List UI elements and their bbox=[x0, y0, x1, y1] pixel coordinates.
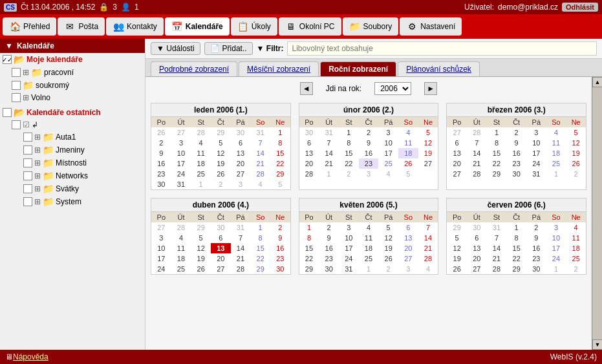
cal-cell[interactable]: 4 bbox=[191, 138, 211, 148]
cal-cell[interactable]: 15 bbox=[250, 243, 270, 253]
cal-cell[interactable]: 27 bbox=[398, 253, 418, 264]
cal-cell[interactable]: 18 bbox=[566, 243, 586, 253]
cal-cell[interactable]: 2 bbox=[339, 169, 359, 179]
cal-cell[interactable]: 13 bbox=[467, 243, 487, 253]
cal-cell[interactable]: 12 bbox=[447, 243, 467, 253]
cal-cell[interactable]: 27 bbox=[418, 158, 438, 169]
cal-cell[interactable]: 30 bbox=[270, 264, 290, 274]
cal-cell[interactable]: 1 bbox=[339, 127, 359, 138]
cal-cell[interactable]: 7 bbox=[319, 138, 339, 148]
cal-cell[interactable]: 25 bbox=[566, 253, 586, 264]
cal-cell[interactable]: 11 bbox=[171, 243, 191, 253]
cal-cell[interactable]: 31 bbox=[526, 169, 546, 179]
cal-cell[interactable]: 6 bbox=[231, 138, 251, 148]
cal-cell[interactable]: 17 bbox=[171, 158, 191, 169]
cal-cell[interactable]: 25 bbox=[171, 264, 191, 274]
cal-cell[interactable]: 9 bbox=[319, 233, 339, 243]
cal-cell[interactable]: 1 bbox=[319, 169, 339, 179]
cal-cell[interactable]: 3 bbox=[231, 179, 251, 189]
cal-cell[interactable]: 16 bbox=[526, 243, 546, 253]
cal-cell[interactable]: 21 bbox=[467, 158, 487, 169]
cal-cell[interactable]: 4 bbox=[546, 127, 566, 138]
cal-cell[interactable]: 19 bbox=[566, 148, 586, 158]
cal-cell[interactable]: 25 bbox=[359, 253, 379, 264]
jmeniny-checkbox[interactable] bbox=[23, 145, 32, 155]
volno-checkbox[interactable] bbox=[12, 93, 21, 102]
cal-cell[interactable]: 20 bbox=[211, 253, 231, 264]
cal-cell[interactable]: 29 bbox=[506, 264, 526, 274]
cal-cell[interactable]: 20 bbox=[299, 158, 319, 169]
cal-cell[interactable]: 3 bbox=[546, 222, 566, 233]
cal-cell[interactable]: 19 bbox=[418, 148, 438, 158]
nav-kalendar[interactable]: 📅 Kalendáře bbox=[165, 17, 230, 36]
cal-cell[interactable]: 29 bbox=[299, 264, 319, 274]
nav-okolni-pc[interactable]: 🖥 Okolní PC bbox=[279, 17, 341, 36]
cal-cell[interactable]: 11 bbox=[398, 138, 418, 148]
cal-cell[interactable]: 16 bbox=[270, 243, 290, 253]
cal-cell[interactable]: 9 bbox=[526, 233, 546, 243]
scroll-track[interactable] bbox=[592, 87, 602, 339]
tab-rocni[interactable]: Roční zobrazení bbox=[320, 61, 396, 76]
cal-cell[interactable]: 3 bbox=[171, 138, 191, 148]
cal-cell[interactable]: 14 bbox=[418, 233, 438, 243]
sidebar-item-jmeniny[interactable]: ⊞ 📁 Jmeniny bbox=[0, 144, 145, 156]
pracovni-checkbox[interactable] bbox=[12, 68, 21, 77]
nav-kontakty[interactable]: 👥 Kontakty bbox=[106, 17, 164, 36]
cal-cell[interactable]: 26 bbox=[211, 169, 231, 179]
cal-cell[interactable]: 13 bbox=[231, 148, 251, 158]
cal-cell[interactable]: 23 bbox=[270, 253, 290, 264]
prev-year-button[interactable]: ◄ bbox=[300, 82, 313, 95]
cal-cell[interactable]: 28 bbox=[418, 253, 438, 264]
cal-cell[interactable]: 1 bbox=[487, 127, 507, 138]
cal-cell[interactable]: 15 bbox=[506, 243, 526, 253]
cal-cell[interactable]: 28 bbox=[299, 169, 319, 179]
cal-cell[interactable]: 31 bbox=[487, 222, 507, 233]
cal-cell[interactable]: 18 bbox=[359, 243, 379, 253]
cal-cell[interactable]: 29 bbox=[447, 222, 467, 233]
cal-cell[interactable]: 6 bbox=[447, 138, 467, 148]
cal-cell[interactable]: 9 bbox=[359, 138, 379, 148]
cal-cell[interactable]: 2 bbox=[526, 222, 546, 233]
mistnosti-checkbox[interactable] bbox=[23, 158, 32, 167]
cal-cell[interactable]: 2 bbox=[378, 264, 398, 274]
networks-checkbox[interactable] bbox=[23, 171, 32, 180]
cal-cell[interactable]: 29 bbox=[211, 127, 231, 138]
cal-cell[interactable]: 15 bbox=[270, 148, 290, 158]
events-button[interactable]: ▼ Události bbox=[151, 42, 200, 55]
cal-cell[interactable]: 5 bbox=[566, 127, 586, 138]
cal-cell[interactable]: 20 bbox=[398, 243, 418, 253]
cal-cell[interactable]: 22 bbox=[250, 253, 270, 264]
cal-cell[interactable]: 2 bbox=[319, 222, 339, 233]
cal-cell[interactable]: 25 bbox=[546, 158, 566, 169]
cal-cell[interactable]: 19 bbox=[447, 253, 467, 264]
cal-cell[interactable]: 13 bbox=[447, 148, 467, 158]
cal-cell[interactable]: 14 bbox=[319, 148, 339, 158]
sidebar-item-soukromy[interactable]: 📁 soukromý bbox=[0, 79, 145, 92]
cal-cell[interactable]: 29 bbox=[487, 169, 507, 179]
cal-cell[interactable]: 29 bbox=[250, 264, 270, 274]
cal-cell[interactable]: 6 bbox=[211, 233, 231, 243]
cal-cell[interactable]: 30 bbox=[319, 264, 339, 274]
cal-cell[interactable]: 2 bbox=[506, 127, 526, 138]
cal-cell[interactable]: 24 bbox=[526, 158, 546, 169]
cal-cell[interactable]: 3 bbox=[359, 169, 379, 179]
nav-prehled[interactable]: 🏠 Přehled bbox=[3, 17, 56, 36]
cal-cell[interactable]: 30 bbox=[467, 222, 487, 233]
cal-cell[interactable]: 3 bbox=[151, 233, 171, 243]
cal-cell[interactable]: 23 bbox=[359, 158, 379, 169]
cal-cell[interactable]: 28 bbox=[487, 264, 507, 274]
cal-cell-today[interactable]: 13 bbox=[211, 243, 231, 253]
cal-cell[interactable]: 31 bbox=[339, 264, 359, 274]
cal-cell[interactable]: 5 bbox=[418, 127, 438, 138]
cal-cell[interactable]: 3 bbox=[378, 127, 398, 138]
cal-cell[interactable]: 4 bbox=[418, 264, 438, 274]
cal-cell[interactable]: 18 bbox=[191, 158, 211, 169]
nav-posta[interactable]: ✉ Pošta bbox=[58, 17, 105, 36]
cal-cell[interactable]: 10 bbox=[339, 233, 359, 243]
sidebar-item-svatky[interactable]: ⊞ 📁 Svátky bbox=[0, 182, 145, 195]
nav-soubory[interactable]: 📁 Soubory bbox=[343, 17, 399, 36]
filter-input[interactable] bbox=[287, 41, 597, 56]
cal-cell[interactable]: 26 bbox=[447, 264, 467, 274]
cal-cell[interactable]: 5 bbox=[211, 138, 231, 148]
cal-cell[interactable]: 9 bbox=[506, 138, 526, 148]
